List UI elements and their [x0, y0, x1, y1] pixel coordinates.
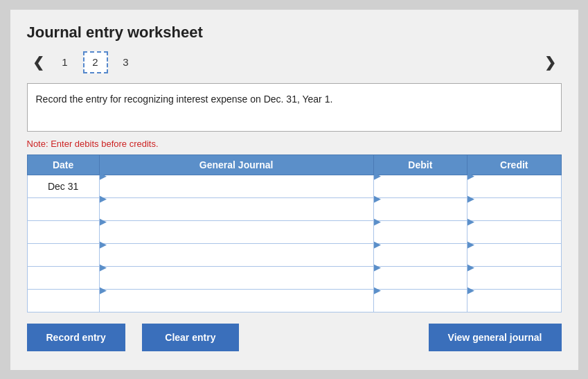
- credit-input-3[interactable]: [467, 249, 560, 272]
- date-cell-4: [27, 266, 99, 289]
- debit-arrow-2: ▶: [374, 216, 381, 227]
- gj-arrow-1: ▶: [100, 193, 107, 204]
- credit-input-4[interactable]: [467, 272, 560, 294]
- debit-input-3[interactable]: [374, 249, 467, 272]
- debit-input-0[interactable]: [374, 181, 467, 203]
- date-cell-1: [27, 197, 99, 220]
- main-container: Journal entry worksheet ❮ 1 2 3 ❯ Record…: [10, 10, 578, 370]
- credit-arrow-2: ▶: [467, 216, 474, 227]
- date-cell-3: [27, 243, 99, 266]
- gj-input-4[interactable]: [100, 272, 373, 294]
- gj-input-0[interactable]: [100, 181, 373, 203]
- tab-1[interactable]: 1: [53, 51, 78, 73]
- credit-input-1[interactable]: [467, 204, 560, 226]
- note-text: Note: Enter debits before credits.: [27, 139, 562, 149]
- gj-input-1[interactable]: [100, 204, 373, 226]
- debit-input-1[interactable]: [374, 204, 467, 226]
- nav-left-arrow[interactable]: ❮: [27, 51, 50, 73]
- gj-arrow-2: ▶: [100, 216, 107, 227]
- credit-arrow-3: ▶: [467, 239, 474, 249]
- page-title: Journal entry worksheet: [27, 24, 562, 42]
- date-cell-5: [27, 289, 99, 312]
- tab-navigation: ❮ 1 2 3 ❯: [27, 51, 562, 73]
- buttons-row: Record entry Clear entry View general jo…: [27, 324, 562, 351]
- date-cell-0: Dec 31: [27, 175, 99, 197]
- table-row: Dec 31▶▶▶: [27, 175, 561, 197]
- credit-arrow-4: ▶: [467, 262, 474, 272]
- credit-arrow-1: ▶: [467, 193, 474, 204]
- clear-entry-button[interactable]: Clear entry: [142, 324, 239, 351]
- debit-arrow-5: ▶: [374, 285, 381, 295]
- col-header-credit: Credit: [467, 155, 561, 175]
- credit-input-2[interactable]: [467, 227, 560, 249]
- debit-cell-0: ▶: [373, 175, 467, 197]
- credit-arrow-5: ▶: [467, 285, 474, 295]
- tab-2[interactable]: 2: [83, 51, 108, 73]
- gj-cell-0: ▶: [99, 175, 373, 197]
- gj-arrow-0: ▶: [100, 170, 107, 181]
- gj-input-2[interactable]: [100, 227, 373, 249]
- col-header-date: Date: [27, 155, 99, 175]
- instruction-text: Record the entry for recognizing interes…: [36, 94, 333, 105]
- credit-cell-0: ▶: [467, 175, 561, 197]
- tab-3[interactable]: 3: [114, 51, 139, 73]
- col-header-debit: Debit: [373, 155, 467, 175]
- gj-arrow-4: ▶: [100, 262, 107, 272]
- gj-arrow-3: ▶: [100, 239, 107, 249]
- record-entry-button[interactable]: Record entry: [27, 324, 125, 351]
- view-general-journal-button[interactable]: View general journal: [429, 324, 562, 351]
- col-header-gj: General Journal: [99, 155, 373, 175]
- gj-input-3[interactable]: [100, 249, 373, 272]
- instruction-box: Record the entry for recognizing interes…: [27, 83, 562, 132]
- debit-input-4[interactable]: [374, 272, 467, 294]
- credit-input-5[interactable]: [467, 295, 560, 317]
- debit-input-2[interactable]: [374, 227, 467, 249]
- debit-input-5[interactable]: [374, 295, 467, 317]
- debit-arrow-0: ▶: [374, 170, 381, 181]
- nav-right-arrow[interactable]: ❯: [539, 51, 562, 73]
- gj-input-5[interactable]: [100, 295, 373, 317]
- debit-arrow-1: ▶: [374, 193, 381, 204]
- journal-table: Date General Journal Debit Credit Dec 31…: [27, 155, 562, 312]
- credit-arrow-0: ▶: [467, 170, 474, 181]
- credit-input-0[interactable]: [467, 181, 560, 203]
- gj-arrow-5: ▶: [100, 285, 107, 295]
- debit-arrow-4: ▶: [374, 262, 381, 272]
- date-cell-2: [27, 220, 99, 243]
- debit-arrow-3: ▶: [374, 239, 381, 249]
